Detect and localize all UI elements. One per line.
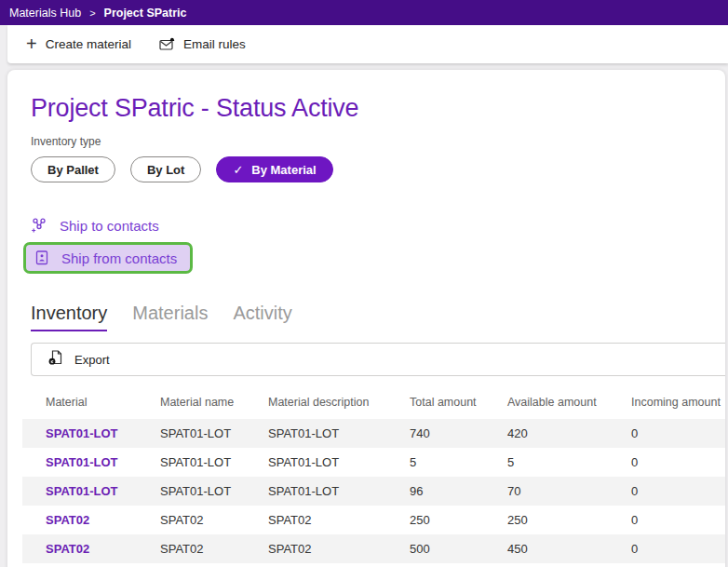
- table-cell: SPAT02: [268, 542, 410, 556]
- ship-to-contacts-link[interactable]: Ship to contacts: [31, 217, 159, 234]
- tab-inventory[interactable]: Inventory: [31, 303, 107, 331]
- contact-card-icon: [34, 250, 49, 266]
- email-rules-button[interactable]: Email rules: [159, 37, 246, 52]
- breadcrumb-app[interactable]: Materials Hub: [9, 7, 81, 20]
- table-cell: 250: [410, 513, 507, 527]
- table-row: SPAT02 SPAT02 SPAT02 250 250 0: [22, 506, 725, 534]
- table-cell: 5: [410, 455, 507, 469]
- export-document-icon: [47, 349, 63, 370]
- ship-from-contacts-highlight: Ship from contacts: [23, 242, 193, 274]
- pill-by-pallet[interactable]: By Pallet: [31, 156, 115, 182]
- table-cell: SPAT01-LOT: [160, 426, 268, 440]
- table-cell: SPAT01-LOT: [268, 484, 410, 498]
- tab-bar: Inventory Materials Activity: [31, 303, 725, 331]
- table-cell: 500: [410, 542, 507, 556]
- table-cell: SPAT02: [268, 513, 410, 527]
- breadcrumb-page: Project SPatric: [104, 7, 187, 20]
- table-cell: 250: [507, 513, 631, 527]
- pill-label: By Material: [251, 163, 316, 177]
- check-icon: ✓: [233, 163, 243, 177]
- table-cell: SPAT01-LOT: [268, 455, 410, 469]
- create-material-button[interactable]: + Create material: [26, 36, 131, 53]
- breadcrumb-separator-icon: >: [89, 7, 95, 19]
- table-row: SPAT01-LOT SPAT01-LOT SPAT01-LOT 96 70 0: [22, 477, 725, 506]
- table-cell: 70: [507, 484, 631, 498]
- breadcrumb-bar: Materials Hub > Project SPatric: [0, 0, 728, 25]
- ship-from-contacts-link[interactable]: Ship from contacts: [31, 248, 181, 268]
- inventory-type-toggle: By Pallet By Lot ✓ By Material: [31, 156, 725, 182]
- tab-activity[interactable]: Activity: [233, 303, 291, 331]
- email-alert-icon: [159, 37, 175, 52]
- table-cell: SPAT01-LOT: [160, 455, 268, 469]
- people-network-add-icon: [31, 217, 47, 234]
- column-header-available-amount[interactable]: Available amount: [507, 396, 631, 409]
- column-header-material-description[interactable]: Material description: [268, 396, 410, 409]
- main-content-card: Project SPatric - Status Active Inventor…: [7, 70, 725, 567]
- ship-to-contacts-label: Ship to contacts: [60, 218, 159, 234]
- cell-material-link[interactable]: SPAT02: [46, 513, 160, 527]
- table-cell: 420: [507, 426, 631, 440]
- table-cell: 740: [410, 426, 507, 440]
- inventory-type-label: Inventory type: [31, 135, 725, 148]
- table-row: SPAT01-LOT SPAT01-LOT SPAT01-LOT 5 5 0: [22, 448, 725, 477]
- table-cell: SPAT01-LOT: [160, 484, 268, 498]
- pill-label: By Lot: [147, 163, 184, 177]
- column-header-incoming-amount[interactable]: Incoming amount: [631, 396, 725, 409]
- export-button[interactable]: Export: [31, 343, 725, 376]
- table-cell: 0: [631, 426, 725, 440]
- pill-label: By Pallet: [47, 163, 99, 177]
- table-cell: SPAT02: [160, 513, 268, 527]
- pill-by-lot[interactable]: By Lot: [130, 156, 201, 182]
- plus-icon: +: [26, 34, 37, 53]
- tab-materials[interactable]: Materials: [132, 303, 208, 331]
- table-cell: SPAT02: [160, 542, 268, 556]
- table-cell: 5: [507, 455, 631, 469]
- column-header-total-amount[interactable]: Total amount: [410, 396, 507, 409]
- cell-material-link[interactable]: SPAT01-LOT: [46, 455, 160, 469]
- table-header: Material Material name Material descript…: [22, 385, 725, 419]
- inventory-table: Material Material name Material descript…: [22, 385, 725, 563]
- export-label: Export: [74, 353, 110, 367]
- table-cell: 0: [631, 455, 725, 469]
- command-toolbar: + Create material Email rules: [7, 25, 728, 63]
- table-cell: 450: [507, 542, 631, 556]
- column-header-material-name[interactable]: Material name: [160, 396, 268, 409]
- table-cell: 0: [631, 484, 725, 498]
- table-row: SPAT02 SPAT02 SPAT02 500 450 0: [22, 534, 725, 563]
- table-cell: 96: [410, 484, 507, 498]
- cell-material-link[interactable]: SPAT01-LOT: [46, 484, 160, 498]
- table-body: SPAT01-LOT SPAT01-LOT SPAT01-LOT 740 420…: [22, 419, 725, 563]
- table-cell: SPAT01-LOT: [268, 426, 410, 440]
- table-cell: 0: [631, 513, 725, 527]
- pill-by-material[interactable]: ✓ By Material: [216, 156, 332, 182]
- column-header-material[interactable]: Material: [46, 396, 160, 409]
- table-row: SPAT01-LOT SPAT01-LOT SPAT01-LOT 740 420…: [22, 419, 725, 448]
- cell-material-link[interactable]: SPAT02: [46, 542, 160, 556]
- ship-from-contacts-label: Ship from contacts: [61, 250, 177, 266]
- table-cell: 0: [631, 542, 725, 556]
- email-rules-label: Email rules: [183, 37, 246, 51]
- page-title: Project SPatric - Status Active: [31, 94, 725, 123]
- cell-material-link[interactable]: SPAT01-LOT: [46, 426, 160, 440]
- create-material-label: Create material: [46, 37, 131, 51]
